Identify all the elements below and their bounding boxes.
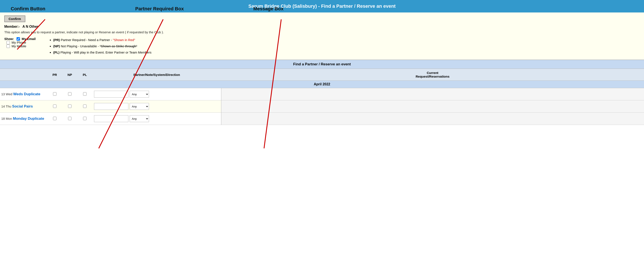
event-date-num-1: 14 [1,104,6,108]
pr-checkbox-2[interactable] [53,117,56,120]
np-checkbox-1[interactable] [68,104,72,108]
current-reservation-1 [221,100,644,113]
show-section: Show: My Email My Phone My Mobile (PR) P… [4,37,640,56]
legend-pr-text: Partner Required - Need a Partner - [61,38,113,42]
top-section: Confirm Member:- A N Other This option a… [0,13,644,60]
pl-cell-1 [77,100,92,113]
event-date-num: 13 [1,92,6,96]
np-cell-2 [62,113,77,125]
pl-cell-0 [77,88,92,100]
direction-select-0[interactable]: Any [130,91,149,98]
my-phone-checkbox[interactable] [6,41,10,44]
my-email-checkbox[interactable] [16,37,20,41]
partner-note-cell-1: Any [92,100,221,113]
pr-checkbox-1[interactable] [53,104,56,108]
legend-list: (PR) Partner Required - Need a Partner -… [48,37,151,56]
pr-cell-1 [47,100,62,113]
my-email-label: My Email [22,37,36,41]
partner-input-0[interactable] [94,91,128,98]
events-table: PR NP PL Partner/Note/System/Direction C… [0,69,644,125]
month-group-row: April 2022 [0,81,644,88]
my-mobile-label: My Mobile [12,44,26,48]
partner-input-1[interactable] [94,103,128,110]
direction-select-1[interactable]: Any [130,103,149,110]
partner-note-inner-0: Any [94,91,220,98]
col-np: NP [62,69,77,81]
event-day-2: Mon [6,117,13,120]
pr-cell-0 [47,88,62,100]
col-pl: PL [77,69,92,81]
section-header: Find a Partner / Reserve an event [0,60,644,69]
current-reservation-2 [221,113,644,125]
table-row: 13 Wed Weds Duplicate Any [0,88,644,100]
np-checkbox-0[interactable] [68,92,72,96]
month-group-cell: April 2022 [0,81,644,88]
event-day: Wed [6,92,13,96]
partner-note-inner-2: Any [94,115,220,122]
legend-np-highlight: "Shown as Strike through" [100,44,137,48]
legend-np-code: (NP) [53,44,60,48]
message-box-annotation: Message Box [253,6,284,12]
event-date-cell: 13 Wed Weds Duplicate [0,88,47,100]
pl-checkbox-1[interactable] [83,104,86,108]
event-day-1: Thu [6,104,12,108]
legend-pr-code: (PR) [53,38,60,42]
legend-pl-code: (PL) [53,51,60,54]
legend-pr-highlight: "Shown in Red" [113,38,135,42]
event-date-num-2: 18 [1,117,6,120]
show-checkboxes-group: Show: My Email My Phone My Mobile [4,37,36,48]
direction-select-2[interactable]: Any [130,115,149,122]
col-date [0,69,47,81]
current-reservation-0 [221,88,644,100]
pl-checkbox-0[interactable] [83,92,86,96]
partner-note-inner-1: Any [94,103,220,110]
member-name: A N Other [22,25,38,28]
partner-note-cell-0: Any [92,88,221,100]
event-date-cell-2: 18 Mon Monday Duplicate [0,113,47,125]
header-banner: Sarum Bridge Club (Salisbury) - Find a P… [0,0,644,13]
col-partner-note: Partner/Note/System/Direction [92,69,221,81]
pr-checkbox-0[interactable] [53,92,56,96]
confirm-button[interactable]: Confirm [4,16,25,22]
np-cell-1 [62,100,77,113]
my-phone-row: My Phone [6,41,36,44]
event-name-link[interactable]: Weds Duplicate [13,92,40,96]
table-row: 14 Thu Social Pairs Any [0,100,644,113]
my-mobile-checkbox[interactable] [6,45,10,48]
show-title: Show: [4,37,14,41]
member-prefix: Member:- [4,25,20,28]
pr-cell-2 [47,113,62,125]
legend-pl: (PL) Playing - Will play in the Event. E… [53,49,151,55]
legend-pl-text: Playing - Will play in the Event. Enter … [60,51,151,54]
pl-cell-2 [77,113,92,125]
description: This option allows you to request a part… [4,30,640,34]
my-mobile-row: My Mobile [6,44,36,48]
event-date-cell-1: 14 Thu Social Pairs [0,100,47,113]
np-checkbox-2[interactable] [68,117,72,120]
member-line: Member:- A N Other [4,25,640,29]
partner-note-cell-2: Any [92,113,221,125]
pl-checkbox-2[interactable] [83,117,86,120]
legend-np-text: Not Playing - Unavailable - [61,44,100,48]
my-phone-label: My Phone [12,41,26,44]
show-label-row: Show: My Email [4,37,36,41]
confirm-button-annotation: Confirm Button [11,6,45,12]
table-row: 18 Mon Monday Duplicate Any [0,113,644,125]
event-name-link-1[interactable]: Social Pairs [12,104,33,108]
column-headers-row: PR NP PL Partner/Note/System/Direction C… [0,69,644,81]
legend-pr: (PR) Partner Required - Need a Partner -… [53,37,151,43]
partner-input-2[interactable] [94,115,128,122]
col-current-reservation: CurrentRequest/Reservations [221,69,644,81]
col-pr: PR [47,69,62,81]
np-cell-0 [62,88,77,100]
partner-required-box-annotation: Partner Required Box [135,6,184,12]
legend-np: (NP) Not Playing - Unavailable - "Shown … [53,43,151,49]
event-name-link-2[interactable]: Monday Duplicate [13,116,44,121]
